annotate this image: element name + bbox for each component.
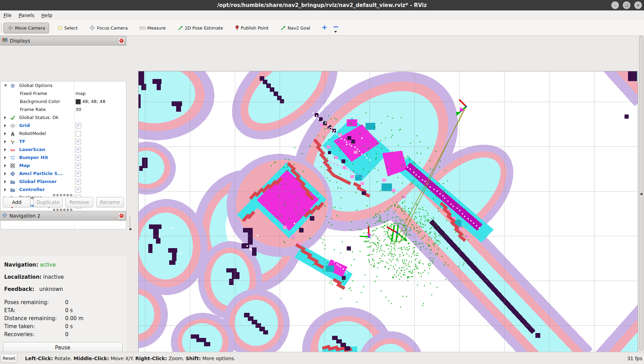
enabled-checkbox[interactable]: ✓ — [76, 163, 81, 168]
close-icon: ✕ — [119, 39, 124, 43]
tool-move-camera[interactable]: Move Camera — [3, 23, 49, 33]
remove-tool-caret-icon[interactable] — [334, 31, 337, 33]
expander-closed-icon[interactable] — [4, 180, 6, 183]
tool-measure[interactable]: Measure — [140, 25, 166, 31]
display-label: TF — [19, 137, 25, 145]
menu-file[interactable]: File — [0, 10, 15, 20]
maximize-button[interactable]: ❏ — [623, 1, 630, 9]
monitor-icon — [2, 38, 8, 44]
expander-closed-icon[interactable] — [4, 116, 6, 119]
property-value[interactable]: 30 — [76, 105, 81, 113]
titlebar[interactable]: /opt/ros/humble/share/nav2_bringup/rviz/… — [0, 0, 644, 10]
menubar: FilePanelsHelp — [0, 10, 644, 21]
display-row-fixed-frame[interactable]: Fixed Framemap — [1, 89, 126, 97]
gear-icon — [10, 83, 15, 88]
display-label: Bumper Hit — [19, 153, 48, 161]
display-row-frame-rate[interactable]: Frame Rate30 — [1, 105, 126, 113]
expander-closed-icon[interactable] — [4, 164, 6, 167]
enabled-checkbox[interactable]: ✓ — [76, 155, 81, 160]
property-value[interactable]: map — [76, 89, 86, 97]
expander-closed-icon[interactable] — [4, 148, 6, 151]
robot-icon — [10, 131, 15, 136]
render-viewport[interactable] — [138, 71, 638, 364]
minimize-button[interactable]: – — [611, 1, 619, 9]
nav2-goal-icon — [280, 25, 286, 31]
nav-stat-value: 0 — [65, 299, 69, 307]
tool-focus-camera[interactable]: Focus Camera — [89, 25, 128, 31]
nav-map-canvas — [139, 71, 638, 364]
expander-closed-icon[interactable] — [4, 124, 6, 127]
display-row-bumper-hit[interactable]: Bumper Hit✓ — [1, 153, 126, 161]
menu-panels[interactable]: Panels — [15, 10, 38, 20]
enabled-checkbox[interactable]: ✓ — [76, 187, 81, 192]
color-swatch[interactable] — [76, 99, 81, 104]
menu-help[interactable]: Help — [38, 10, 56, 20]
display-row-global-options[interactable]: Global Options — [1, 81, 126, 89]
display-row-global-planner[interactable]: Global Planner✓ — [1, 177, 126, 185]
enabled-checkbox[interactable]: ✓ — [76, 139, 81, 144]
panel-splitter-handle[interactable] — [129, 216, 131, 228]
display-row-robotmodel[interactable]: RobotModel — [1, 129, 126, 137]
display-row-controller[interactable]: Controller✓ — [1, 185, 126, 193]
duplicate-display-button[interactable]: Duplicate — [33, 197, 63, 207]
enabled-checkbox[interactable]: ✓ — [76, 171, 81, 176]
main-area: Displays ✕ Global OptionsFixed FramemapB… — [0, 35, 644, 352]
remove-tool-button[interactable]: − — [333, 23, 339, 31]
display-row-map[interactable]: Map✓ — [1, 161, 126, 169]
enabled-checkbox[interactable]: ✓ — [76, 147, 81, 152]
camera-reset-button[interactable]: Reset — [1, 354, 17, 363]
tool-nav2-goal[interactable]: Nav2 Goal — [280, 25, 310, 31]
enabled-checkbox[interactable] — [76, 131, 81, 136]
select-icon — [57, 25, 63, 31]
status-ok-icon — [10, 115, 15, 120]
expander-closed-icon[interactable] — [4, 132, 6, 135]
focus-camera-icon — [89, 25, 95, 31]
display-label: Global Status: Ok — [19, 113, 58, 121]
display-label: Global Options — [19, 81, 53, 89]
display-row-laserscan[interactable]: LaserScan✓ — [1, 145, 126, 153]
display-label: LaserScan — [19, 145, 45, 153]
toolbar: Move CameraSelectFocus CameraMeasure2D P… — [0, 20, 644, 36]
expander-closed-icon[interactable] — [4, 188, 6, 191]
nav-stat-value: 0 — [65, 331, 69, 339]
display-row-grid[interactable]: Grid✓ — [1, 121, 126, 129]
folder-icon — [10, 187, 15, 192]
displays-panel-header[interactable]: Displays ✕ — [0, 36, 126, 46]
display-label: Map — [19, 161, 30, 169]
expander-closed-icon[interactable] — [4, 140, 6, 143]
display-row-tf[interactable]: TF✓ — [1, 137, 126, 145]
nav2-diamond-icon — [2, 213, 7, 219]
expander-closed-icon[interactable] — [4, 156, 6, 159]
displays-close-button[interactable]: ✕ — [118, 38, 125, 44]
toolbar-drag-handle[interactable] — [1, 23, 2, 33]
expander-open-icon[interactable] — [4, 85, 7, 87]
enabled-checkbox[interactable]: ✓ — [76, 123, 81, 128]
expander-closed-icon[interactable] — [4, 172, 6, 175]
nav-stat-row: Poses remaining:0 — [4, 299, 123, 307]
tool-select[interactable]: Select — [57, 25, 78, 31]
publish-point-icon — [235, 25, 239, 31]
add-tool-button[interactable]: + — [322, 24, 327, 31]
pause-button[interactable]: Pause — [3, 342, 123, 353]
add-display-button[interactable]: Add — [3, 197, 31, 207]
nav-status-value: active — [38, 262, 56, 268]
collapse-right-arrow-icon[interactable]: ◀ — [640, 192, 642, 196]
display-row-background-color[interactable]: Background Color48; 48; 48 — [1, 97, 126, 105]
navigation-panel: Navigation: activeLocalization: inactive… — [0, 256, 127, 364]
navigation-panel-header[interactable]: Navigation 2 ✕ — [0, 211, 126, 221]
enabled-checkbox[interactable]: ✓ — [76, 179, 81, 184]
tool-publish-point[interactable]: Publish Point — [235, 25, 269, 31]
tool-2d-pose-estimate[interactable]: 2D Pose Estimate — [178, 25, 223, 31]
collapse-left-arrow-icon[interactable]: ◀ — [129, 228, 131, 231]
close-button[interactable]: ✕ — [634, 1, 642, 9]
rename-display-button[interactable]: Rename — [96, 197, 124, 207]
nav-status-navigation: Navigation: active — [4, 262, 56, 268]
measure-icon — [140, 26, 146, 30]
splitter-handle[interactable]: ●●●●●● — [0, 194, 126, 196]
remove-display-button[interactable]: Remove — [65, 197, 93, 207]
property-value[interactable]: 48; 48; 48 — [82, 97, 105, 105]
display-row-global-status-ok[interactable]: Global Status: Ok — [1, 113, 126, 121]
splitter-handle[interactable]: ●●●●●● — [0, 208, 126, 211]
display-row-amcl-particle-s[interactable]: Amcl Particle S...✓ — [1, 169, 126, 177]
navigation-close-button[interactable]: ✕ — [118, 213, 125, 219]
